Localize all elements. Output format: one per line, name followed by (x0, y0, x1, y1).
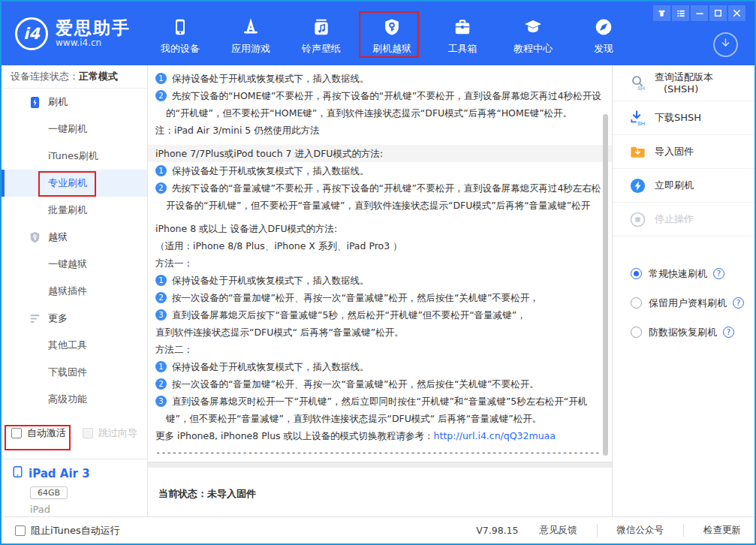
app-title: 爱思助手 (56, 19, 131, 37)
sidebar-item-2[interactable]: iTunes刷机 (2, 143, 147, 170)
action-stop: 停止操作 (613, 203, 754, 236)
instruction-line: （适用：iPhone 8/8 Plus、iPhone X 系列、iPad Pro… (155, 237, 601, 254)
step-number-icon: 2 (155, 292, 167, 303)
instruction-step: 1保持设备处于开机或恢复模式下，插入数据线。 (155, 70, 601, 87)
nav-item-ringtone[interactable]: 铃声壁纸 (297, 16, 345, 56)
sidebar-item-8[interactable]: 更多 (2, 305, 147, 332)
checkbox-icon (15, 525, 26, 536)
action-flash-now[interactable]: 立即刷机 (613, 169, 754, 203)
instruction-line: iPhone 8 或以上 设备进入DFU模式的方法: (155, 220, 601, 237)
device-status-label: 设备连接状态： (11, 70, 79, 83)
appstore-icon (241, 16, 261, 37)
close-icon (732, 8, 742, 18)
sidebar-item-label: 专业刷机 (48, 176, 87, 190)
action-search-shsh[interactable]: SH查询适配版本(SHSH) (613, 65, 754, 101)
import-firmware-icon (629, 143, 646, 161)
download-manager-button[interactable] (713, 32, 738, 57)
sidebar-item-label: 下载固件 (48, 366, 87, 379)
main-content: 1保持设备处于开机或恢复模式下，插入数据线。2先按下设备的“HOME键”不要松开… (148, 65, 612, 516)
tutorial-link[interactable]: http://url.i4.cn/qQ32muaa (434, 427, 556, 444)
radio-option-0[interactable]: 常规快速刷机 ? (613, 259, 754, 288)
minimize-button[interactable] (691, 5, 708, 21)
sidebar-item-6[interactable]: 一键越狱 (2, 251, 147, 278)
step-number-icon: 3 (155, 396, 167, 407)
scrollbar-thumb[interactable] (603, 114, 608, 456)
cont-text: 开设备的“开机键”，但不要松开“音量减键”，直到软件连接状态提示“DFU模式”后… (166, 197, 590, 214)
step-text: 保持设备处于开机或恢复模式下，插入数据线。 (172, 358, 369, 375)
checkbox-skip-wizard[interactable]: 跳过向导 (83, 426, 137, 440)
help-icon[interactable]: ? (723, 327, 734, 338)
instruction-step: 3直到设备屏幕熄灭后按下“音量减键”5秒，然后松开“开机键”但不要松开“音量减键… (155, 306, 601, 324)
nav-item-label: 发现 (594, 42, 613, 56)
device-info: iPad Air 3 64GB iPad (13, 465, 90, 515)
instruction-step: 1保持设备处于开机或恢复模式下，插入数据线。 (155, 162, 601, 179)
step-number-icon: 2 (155, 378, 167, 390)
line-text: 注：iPad Air 3/mini 5 仍然使用此方法 (155, 122, 320, 139)
close-button[interactable] (728, 5, 745, 21)
device-icon (170, 16, 190, 37)
step-text: 保持设备处于开机或恢复模式下，插入数据线。 (172, 70, 369, 87)
device-name: iPad Air 3 (29, 467, 90, 480)
nav-item-appstore[interactable]: 应用游戏 (227, 16, 275, 56)
sidebar-item-label: 高级功能 (48, 393, 87, 406)
sidebar-item-10[interactable]: 下载固件 (2, 359, 147, 386)
step-text: 保持设备处于开机或恢复模式下，插入数据线。 (172, 162, 369, 179)
maximize-button[interactable] (709, 5, 727, 21)
footer-link-2[interactable]: 检查更新 (683, 524, 741, 537)
help-icon[interactable]: ? (733, 297, 744, 309)
skin-button[interactable] (653, 5, 670, 21)
checkbox-auto-activate[interactable]: 自动激活 (11, 426, 66, 440)
sidebar-item-1[interactable]: 一键刷机 (2, 116, 147, 143)
checkbox-icon (83, 428, 93, 438)
line-text: 直到软件连接状态提示“DFU模式“ 后再将“音量减键”松开。 (155, 324, 404, 341)
nav-item-toolbox[interactable]: 工具箱 (438, 16, 486, 56)
nav-item-jailbreak[interactable]: 刷机越狱 (368, 16, 416, 56)
instruction-continuation: 开设备的“开机键”，但不要松开“音量减键”，直到软件连接状态提示“DFU模式”后… (155, 197, 601, 214)
action-label: 立即刷机 (655, 179, 694, 191)
app-logo: i4 爱思助手 www.i4.cn (15, 17, 131, 50)
radio-option-1[interactable]: 保留用户资料刷机 ? (613, 288, 754, 318)
radio-option-2[interactable]: 防数据恢复刷机 ? (613, 318, 754, 347)
action-label-line2: (SHSH) (655, 83, 713, 95)
sidebar-item-7[interactable]: 越狱插件 (2, 278, 147, 305)
sidebar-item-3[interactable]: 专业刷机 (2, 170, 147, 197)
instruction-line: 直到软件连接状态提示“DFU模式“ 后再将“音量减键”松开。 (155, 324, 601, 341)
sidebar-item-label: 越狱 (48, 230, 68, 244)
sidebar-item-5[interactable]: 越狱 (2, 224, 147, 251)
nav-item-tutorial[interactable]: 教程中心 (509, 16, 557, 56)
sidebar-item-0[interactable]: 刷机 (2, 89, 147, 116)
nav-item-discover[interactable]: 发现 (580, 16, 628, 56)
sidebar-item-label: 刷机 (48, 95, 68, 109)
window-controls (653, 5, 745, 21)
help-icon[interactable]: ? (713, 268, 724, 279)
svg-text:SH: SH (637, 86, 645, 92)
action-label: 查询适配版本(SHSH) (655, 71, 713, 95)
radio-label: 防数据恢复刷机 (649, 326, 717, 339)
instruction-line: 注：iPad Air 3/mini 5 仍然使用此方法 (155, 122, 601, 139)
flash-mode-options: 常规快速刷机 ? 保留用户资料刷机 ? 防数据恢复刷机 ? (613, 259, 754, 347)
menu-button[interactable] (672, 5, 689, 21)
sidebar-item-label: 越狱插件 (48, 285, 87, 298)
action-download-shsh[interactable]: SH下载SHSH (613, 101, 754, 135)
ipad-icon (13, 465, 23, 481)
footer-link-0[interactable]: 意见反馈 (540, 524, 577, 537)
instruction-continuation: 键”，但不要松开“音量减键”，直到软件连接状态提示“DFU模式“ 后再将“音量减… (155, 410, 601, 427)
skin-icon (657, 8, 667, 18)
action-label: 停止操作 (655, 213, 694, 225)
sidebar-item-11[interactable]: 高级功能 (2, 386, 147, 413)
footer-bar: 阻止iTunes自动运行 V7.98.15 意见反馈微信公众号检查更新 (2, 516, 754, 543)
sidebar-item-4[interactable]: 批量刷机 (2, 197, 147, 224)
nav-item-label: 刷机越狱 (372, 42, 411, 56)
cont-text: 键”，但不要松开“音量减键”，直到软件连接状态提示“DFU模式“ 后再将“音量减… (166, 410, 541, 427)
sidebar-item-9[interactable]: 其他工具 (2, 332, 147, 359)
footer-link-1[interactable]: 微信公众号 (597, 524, 664, 537)
jailbreak-icon (382, 16, 402, 37)
checkbox-block-itunes[interactable]: 阻止iTunes自动运行 (15, 524, 120, 537)
flash-now-icon (629, 177, 646, 194)
action-label-line1: 停止操作 (655, 213, 694, 225)
action-import-firmware[interactable]: 导入固件 (613, 135, 754, 169)
nav-item-device[interactable]: 我的设备 (156, 16, 204, 56)
main-nav: 我的设备 应用游戏 铃声壁纸 刷机越狱 工具箱 教程中心 发现 (156, 16, 628, 56)
nav-item-label: 应用游戏 (231, 42, 270, 56)
nav-item-label: 工具箱 (448, 42, 477, 56)
